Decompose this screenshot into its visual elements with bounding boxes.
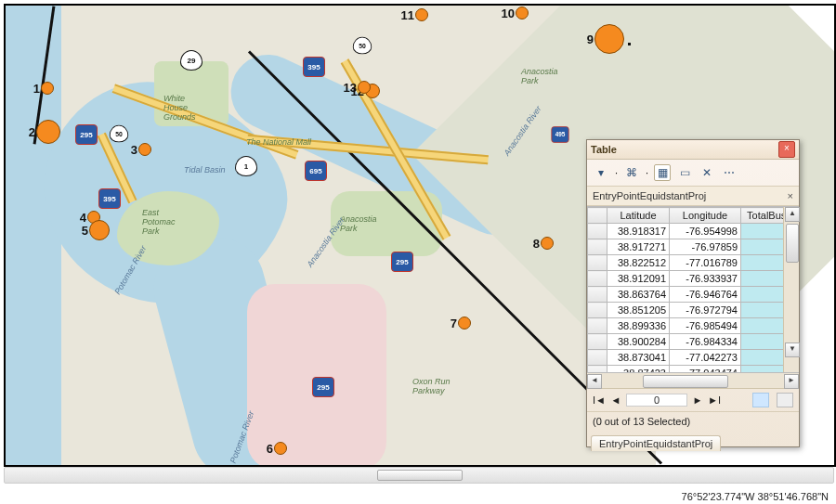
cell-latitude[interactable]: 38.873041 xyxy=(607,350,670,366)
clear-selection-icon[interactable]: ✕ xyxy=(699,164,715,181)
next-record-button[interactable]: ► xyxy=(691,394,704,406)
table-options-icon[interactable]: ▾ xyxy=(593,164,609,181)
grid-horizontal-scrollbar[interactable]: ◄ ► xyxy=(587,373,799,389)
related-tables-icon[interactable]: ⌘ xyxy=(623,164,640,181)
prev-record-button[interactable]: ◄ xyxy=(609,394,622,406)
cell-longitude[interactable]: -77.042273 xyxy=(670,350,741,366)
table-titlebar[interactable]: Table × xyxy=(587,140,799,160)
row-selector[interactable] xyxy=(588,255,607,271)
cell-latitude[interactable]: 38.918317 xyxy=(607,224,670,239)
cell-longitude[interactable]: -76.946764 xyxy=(670,287,741,303)
column-header-latitude[interactable]: Latitude xyxy=(607,208,670,224)
cell-latitude[interactable]: 38.912091 xyxy=(607,271,670,287)
column-header-totalbuses[interactable]: TotalBuses xyxy=(741,208,784,224)
table-row[interactable]: 38.863764-76.94676411 xyxy=(588,287,784,303)
table-row[interactable]: 38.873041-77.042273174 xyxy=(588,350,784,366)
marker-label: 1 xyxy=(33,82,42,96)
attribute-grid[interactable]: Latitude Longitude TotalBuses 38.918317-… xyxy=(587,207,783,372)
entry-point-marker[interactable] xyxy=(89,220,110,240)
row-selector[interactable] xyxy=(588,239,607,255)
last-record-button[interactable]: ►I xyxy=(708,394,721,406)
entry-point-marker[interactable] xyxy=(415,8,428,21)
row-selector[interactable] xyxy=(588,287,607,303)
cell-totalbuses[interactable]: 67 xyxy=(741,318,784,334)
scroll-up-icon[interactable]: ▲ xyxy=(785,207,800,222)
cell-totalbuses[interactable]: 51 xyxy=(741,303,784,318)
table-row[interactable]: 38.899336-76.98549467 xyxy=(588,318,784,334)
show-all-records-button[interactable] xyxy=(752,393,769,407)
table-toolbar: ▾· ⌘· ▦ ▭ ✕ ⋯ xyxy=(587,160,799,187)
entry-point-marker[interactable] xyxy=(41,82,54,95)
label-white-house: White House Grounds xyxy=(163,94,196,122)
cell-totalbuses[interactable]: 11 xyxy=(741,287,784,303)
scroll-down-icon[interactable]: ▼ xyxy=(785,342,800,357)
more-options-icon[interactable]: ⋯ xyxy=(721,164,738,181)
shield-i395b: 395 xyxy=(98,188,121,209)
cell-latitude[interactable]: 38.851205 xyxy=(607,303,670,318)
cell-longitude[interactable]: -77.043474 xyxy=(670,366,741,373)
cell-totalbuses[interactable]: 229 xyxy=(741,224,784,239)
row-selector[interactable] xyxy=(588,350,607,366)
cell-latitude[interactable]: 38.822512 xyxy=(607,255,670,271)
cell-totalbuses[interactable]: 55 xyxy=(741,239,784,255)
entry-point-marker[interactable] xyxy=(541,237,554,250)
table-row[interactable]: 38.822512-77.016789100 xyxy=(588,255,784,271)
entry-point-marker[interactable] xyxy=(36,120,60,144)
cell-longitude[interactable]: -76.954998 xyxy=(670,224,741,239)
row-selector[interactable] xyxy=(588,366,607,373)
row-selector[interactable] xyxy=(588,334,607,350)
table-window[interactable]: Table × ▾· ⌘· ▦ ▭ ✕ ⋯ EntryPointEquidsta… xyxy=(586,139,800,447)
record-number-input[interactable]: 0 xyxy=(626,394,687,407)
row-selector[interactable] xyxy=(588,318,607,334)
cell-longitude[interactable]: -77.016789 xyxy=(670,255,741,271)
cell-longitude[interactable]: -76.972794 xyxy=(670,303,741,318)
entry-point-marker[interactable] xyxy=(516,6,529,19)
cell-totalbuses[interactable]: 167 xyxy=(741,334,784,350)
table-row[interactable]: 38.900284-76.984334167 xyxy=(588,334,784,350)
close-icon[interactable]: × xyxy=(778,141,795,158)
scroll-thumb[interactable] xyxy=(786,224,799,263)
cell-longitude[interactable]: -76.933937 xyxy=(670,271,741,287)
column-header-longitude[interactable]: Longitude xyxy=(670,208,741,224)
table-row[interactable]: 38.912091-76.933937458 xyxy=(588,271,784,287)
row-selector[interactable] xyxy=(588,224,607,239)
cell-totalbuses[interactable]: 174 xyxy=(741,350,784,366)
label-east-potomac: East Potomac Park xyxy=(142,208,176,236)
entry-point-marker[interactable] xyxy=(358,81,371,94)
scroll-left-icon[interactable]: ◄ xyxy=(587,374,602,389)
map-horizontal-scrollbar[interactable] xyxy=(4,467,834,484)
scroll-right-icon[interactable]: ► xyxy=(784,374,799,389)
close-layer-icon[interactable]: × xyxy=(788,190,793,201)
entry-point-marker[interactable] xyxy=(274,442,287,455)
table-row[interactable]: 38.917271-76.9785955 xyxy=(588,239,784,255)
table-row[interactable]: 38.918317-76.954998229 xyxy=(588,224,784,239)
row-header-column[interactable] xyxy=(588,208,607,224)
cell-longitude[interactable]: -76.984334 xyxy=(670,334,741,350)
cell-latitude[interactable]: 38.917271 xyxy=(607,239,670,255)
entry-point-marker[interactable] xyxy=(458,317,471,330)
cell-totalbuses[interactable]: 100 xyxy=(741,255,784,271)
switch-selection-icon[interactable]: ▭ xyxy=(676,164,693,181)
entry-point-marker[interactable] xyxy=(138,143,151,156)
cell-latitude[interactable]: 38.863764 xyxy=(607,287,670,303)
table-row[interactable]: 38.87423-77.043474245 xyxy=(588,366,784,373)
label-anacostia-park: Anacostia Park xyxy=(340,214,377,233)
entry-point-marker[interactable] xyxy=(594,24,624,54)
cell-totalbuses[interactable]: 458 xyxy=(741,271,784,287)
cell-longitude[interactable]: -76.985494 xyxy=(670,318,741,334)
select-by-attributes-icon[interactable]: ▦ xyxy=(654,164,671,181)
cell-totalbuses[interactable]: 245 xyxy=(741,366,784,373)
cell-latitude[interactable]: 38.899336 xyxy=(607,318,670,334)
table-tab[interactable]: EntryPointEquidstantProj xyxy=(591,435,721,451)
row-selector[interactable] xyxy=(588,303,607,318)
show-selected-records-button[interactable] xyxy=(777,393,793,407)
cell-latitude[interactable]: 38.900284 xyxy=(607,334,670,350)
first-record-button[interactable]: I◄ xyxy=(593,394,606,406)
row-selector[interactable] xyxy=(588,271,607,287)
scroll-thumb-h[interactable] xyxy=(643,375,728,388)
table-row[interactable]: 38.851205-76.97279451 xyxy=(588,303,784,318)
grid-vertical-scrollbar[interactable]: ▲ ▼ xyxy=(783,207,799,372)
scrollbar-thumb[interactable] xyxy=(377,470,462,481)
cell-longitude[interactable]: -76.97859 xyxy=(670,239,741,255)
cell-latitude[interactable]: 38.87423 xyxy=(607,366,670,373)
